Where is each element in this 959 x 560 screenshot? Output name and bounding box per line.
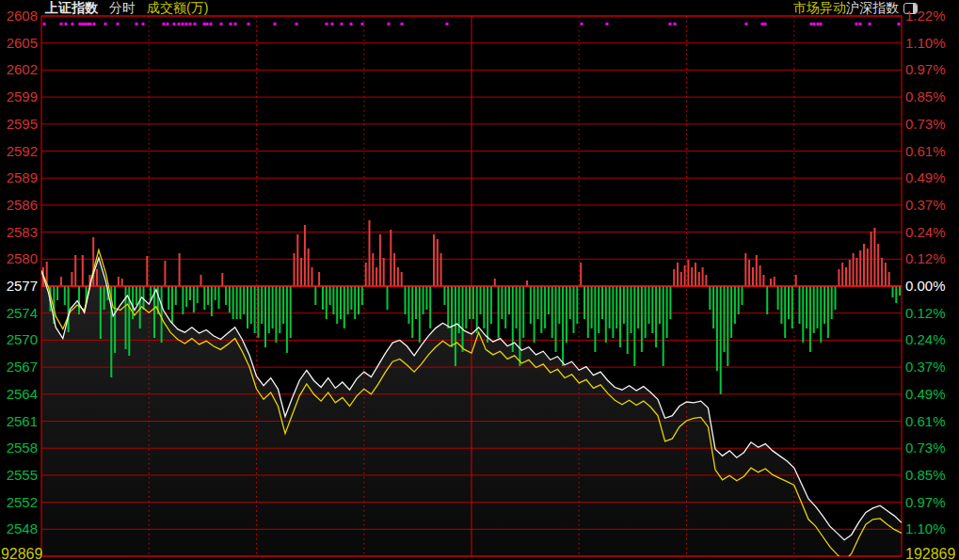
volume-bar-down — [555, 286, 557, 352]
market-event-dot[interactable] — [813, 23, 816, 25]
market-event-dot[interactable] — [361, 23, 364, 25]
volume-bar-down — [576, 286, 578, 324]
market-event-dot[interactable] — [341, 23, 344, 25]
market-event-dot[interactable] — [173, 23, 176, 25]
volume-bar-down — [548, 286, 550, 314]
market-event-dot[interactable] — [274, 23, 277, 25]
market-event-dot[interactable] — [117, 23, 120, 25]
market-event-dot[interactable] — [182, 23, 184, 25]
market-event-dot[interactable] — [388, 23, 391, 25]
market-event-dot[interactable] — [859, 23, 862, 25]
market-event-dot[interactable] — [60, 23, 63, 25]
market-event-dot[interactable] — [203, 23, 206, 25]
market-event-dot[interactable] — [401, 23, 404, 25]
volume-bar-down — [516, 286, 518, 328]
volume-bar-down — [895, 286, 897, 303]
market-event-dot[interactable] — [220, 23, 223, 25]
market-event-dot[interactable] — [89, 23, 92, 25]
market-event-dot[interactable] — [163, 23, 166, 25]
volume-bar-down — [229, 286, 231, 312]
volume-bar-down — [645, 286, 647, 338]
volume-bar-down — [480, 286, 482, 314]
volume-bar-down — [627, 286, 629, 354]
market-event-dot[interactable] — [142, 23, 145, 25]
market-event-dot[interactable] — [296, 23, 298, 25]
volume-bar-down — [483, 286, 485, 328]
market-event-dot[interactable] — [810, 23, 813, 25]
market-event-dot[interactable] — [326, 23, 328, 25]
volume-bar-up — [748, 260, 750, 286]
market-event-dot[interactable] — [761, 23, 764, 25]
market-event-dot[interactable] — [230, 23, 232, 25]
volume-bar-down — [211, 286, 213, 316]
volume-bar-down — [171, 286, 173, 324]
market-event-dot[interactable] — [820, 23, 823, 25]
volume-bar-down — [519, 286, 520, 366]
volume-bar-down — [286, 286, 288, 353]
volume-bar-down — [892, 286, 894, 297]
volume-bar-up — [390, 230, 392, 286]
market-event-dot[interactable] — [43, 23, 46, 25]
market-event-dot[interactable] — [581, 23, 583, 25]
volume-bar-up — [774, 277, 775, 286]
volume-bar-down — [462, 286, 464, 352]
volume-bar-down — [469, 286, 471, 319]
volume-bar-up — [770, 279, 772, 286]
market-event-dot[interactable] — [85, 23, 88, 25]
volume-bar-down — [472, 286, 474, 319]
market-event-dot[interactable] — [855, 23, 858, 25]
market-event-dot[interactable] — [817, 23, 820, 25]
volume-bar-down — [669, 286, 671, 319]
volume-bar-down — [193, 286, 195, 312]
volume-bar-down — [56, 286, 58, 300]
volume-bar-down — [322, 286, 324, 310]
market-event-dot[interactable] — [606, 23, 609, 25]
volume-bar-up — [82, 255, 84, 286]
market-event-dot[interactable] — [764, 23, 767, 25]
intraday-plot-area[interactable] — [0, 0, 959, 560]
price-tick-2605: 2605 — [0, 36, 38, 51]
market-event-dot[interactable] — [167, 23, 169, 25]
percent-tick-0.12%: 0.12% — [905, 251, 958, 266]
price-tick-2608: 2608 — [0, 8, 38, 24]
market-event-dot[interactable] — [136, 23, 138, 25]
market-event-dot[interactable] — [446, 23, 449, 25]
volume-bar-down — [716, 286, 718, 371]
volume-bar-down — [504, 286, 506, 328]
market-event-dot[interactable] — [93, 23, 96, 25]
market-event-dot[interactable] — [206, 23, 209, 25]
volume-bar-up — [762, 275, 764, 286]
market-event-dot[interactable] — [189, 23, 192, 25]
market-event-dot[interactable] — [185, 23, 188, 25]
percent-tick-0.85%: 0.85% — [905, 89, 958, 104]
volume-bar-down — [591, 286, 593, 328]
market-event-dot[interactable] — [65, 23, 68, 25]
market-event-dot[interactable] — [234, 23, 237, 25]
market-event-dot[interactable] — [248, 23, 250, 25]
volume-bar-down — [250, 286, 252, 324]
market-event-dot[interactable] — [210, 23, 213, 25]
market-event-dot[interactable] — [350, 23, 353, 25]
volume-bar-down — [809, 286, 811, 352]
volume-bar-up — [121, 279, 123, 286]
market-event-dot[interactable] — [104, 23, 107, 25]
volume-bar-down — [712, 286, 714, 328]
price-tick-2586: 2586 — [0, 198, 38, 213]
volume-bar-up — [318, 272, 320, 286]
volume-bar-down — [537, 286, 539, 319]
market-event-dot[interactable] — [669, 23, 672, 25]
market-event-dot[interactable] — [869, 23, 871, 25]
price-tick-2564: 2564 — [0, 387, 38, 402]
market-event-dot[interactable] — [674, 23, 677, 25]
market-event-dot[interactable] — [745, 23, 748, 25]
market-event-dot[interactable] — [72, 23, 74, 25]
volume-bar-down — [455, 286, 456, 366]
market-event-dot[interactable] — [79, 23, 82, 25]
market-event-dot[interactable] — [898, 23, 901, 25]
market-event-dot[interactable] — [194, 23, 197, 25]
market-event-dot[interactable] — [82, 23, 85, 25]
market-event-dot[interactable] — [178, 23, 181, 25]
volume-bar-down — [104, 286, 105, 310]
volume-bar-up — [881, 258, 883, 286]
market-event-dot[interactable] — [331, 23, 334, 25]
